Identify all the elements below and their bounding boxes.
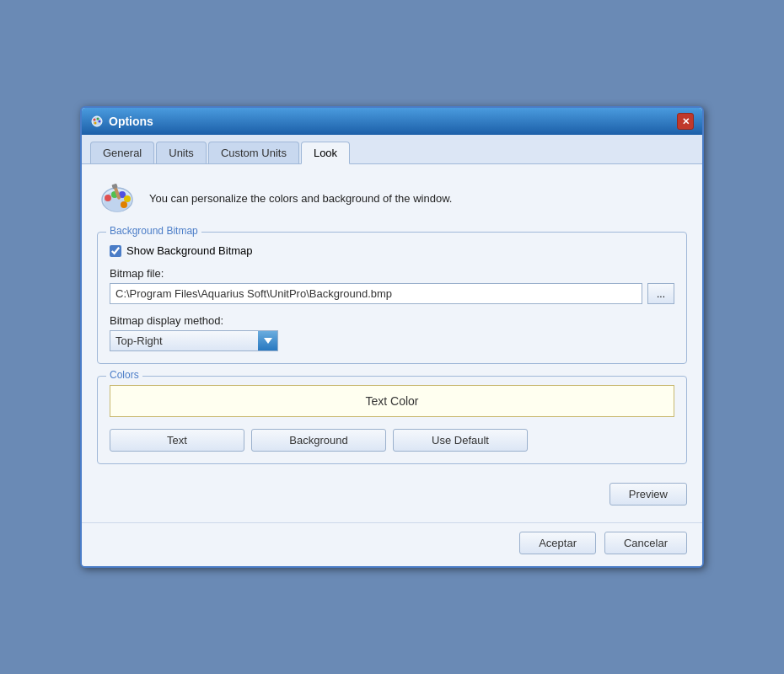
color-buttons-row: Text Background Use Default: [110, 429, 674, 452]
tab-look[interactable]: Look: [301, 142, 350, 164]
colors-group: Colors Text Color Text Background Use De…: [97, 376, 687, 464]
show-bitmap-checkbox[interactable]: [110, 245, 121, 257]
bottom-row: Preview: [97, 476, 687, 509]
svg-point-7: [105, 195, 111, 201]
bitmap-file-label: Bitmap file:: [110, 267, 674, 280]
display-method-label: Bitmap display method:: [110, 314, 674, 327]
options-dialog: Options ✕ General Units Custom Units Loo…: [80, 106, 704, 568]
footer-buttons: Aceptar Cancelar: [82, 522, 702, 566]
close-button[interactable]: ✕: [677, 113, 694, 130]
title-bar: Options ✕: [82, 108, 702, 135]
title-bar-left: Options: [90, 115, 153, 128]
display-method-select[interactable]: Top-Right Top-Left Bottom-Right Bottom-L…: [110, 330, 278, 351]
color-preview: Text Color: [110, 385, 674, 417]
info-text: You can personalize the colors and backg…: [149, 192, 452, 205]
tab-general[interactable]: General: [90, 142, 154, 163]
cancel-button[interactable]: Cancelar: [604, 532, 687, 554]
background-color-button[interactable]: Background: [251, 429, 386, 452]
show-bitmap-text: Show Background Bitmap: [126, 244, 253, 257]
svg-point-10: [124, 195, 131, 202]
title-icon: [90, 115, 104, 128]
info-row: You can personalize the colors and backg…: [97, 178, 687, 218]
background-bitmap-label: Background Bitmap: [106, 225, 201, 237]
accept-button[interactable]: Aceptar: [519, 532, 596, 554]
bitmap-file-input[interactable]: [110, 283, 642, 304]
color-preview-text: Text Color: [365, 394, 418, 408]
content-area: You can personalize the colors and backg…: [82, 164, 702, 522]
dialog-title: Options: [109, 115, 153, 128]
colors-label: Colors: [106, 369, 142, 381]
tab-custom-units[interactable]: Custom Units: [208, 142, 299, 163]
show-bitmap-row: Show Background Bitmap: [110, 244, 674, 257]
browse-button[interactable]: ...: [647, 283, 674, 304]
text-color-button[interactable]: Text: [110, 429, 244, 452]
display-method-wrapper: Top-Right Top-Left Bottom-Right Bottom-L…: [110, 330, 278, 351]
svg-point-1: [94, 119, 96, 121]
tab-units[interactable]: Units: [156, 142, 207, 163]
background-bitmap-group: Background Bitmap Show Background Bitmap…: [97, 232, 687, 364]
tab-bar: General Units Custom Units Look: [82, 135, 702, 164]
file-row: ...: [110, 283, 674, 304]
svg-point-2: [97, 118, 99, 120]
svg-point-11: [121, 201, 127, 208]
svg-point-4: [94, 122, 97, 125]
use-default-button[interactable]: Use Default: [393, 429, 528, 452]
svg-point-3: [99, 120, 101, 123]
preview-button[interactable]: Preview: [609, 483, 687, 506]
palette-icon: [97, 178, 137, 218]
